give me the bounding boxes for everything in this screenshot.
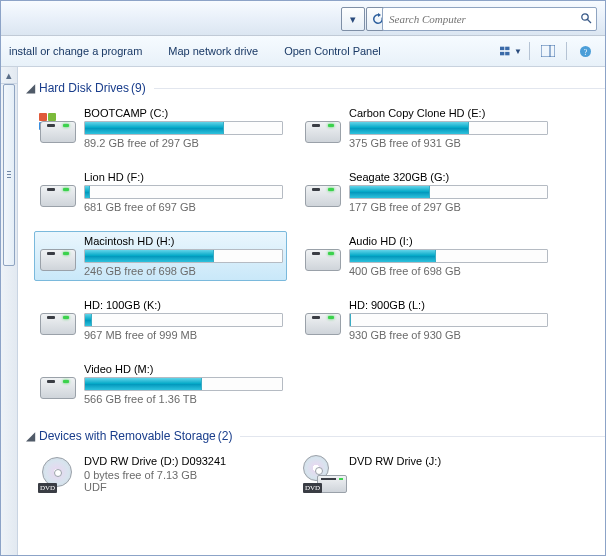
drive-item[interactable]: DVD DVD RW Drive (D:) D093241 0 bytes fr… [34, 451, 287, 497]
drive-free-text: 930 GB free of 930 GB [349, 329, 548, 341]
map-drive-link[interactable]: Map network drive [168, 45, 258, 57]
group-count: (2) [218, 429, 233, 443]
drive-item[interactable]: Carbon Copy Clone HD (E:) 375 GB free of… [299, 103, 552, 153]
drive-free-text: 566 GB free of 1.36 TB [84, 393, 283, 405]
drive-free-text: 0 bytes free of 7.13 GB [84, 469, 283, 481]
drive-free-text: 681 GB free of 697 GB [84, 201, 283, 213]
drive-filesystem: UDF [84, 481, 283, 493]
drive-free-text: 400 GB free of 698 GB [349, 265, 548, 277]
install-program-link[interactable]: install or change a program [9, 45, 142, 57]
drive-label: HD: 100GB (K:) [84, 299, 283, 311]
drive-item[interactable]: DVD DVD RW Drive (J:) [299, 451, 552, 497]
drive-item[interactable]: BOOTCAMP (C:) 89.2 GB free of 297 GB [34, 103, 287, 153]
space-bar [84, 313, 283, 327]
drive-label: Video HD (M:) [84, 363, 283, 375]
group-title: Hard Disk Drives [39, 81, 129, 95]
search-input[interactable] [387, 12, 576, 26]
drive-item[interactable]: HD: 100GB (K:) 967 MB free of 999 MB [34, 295, 287, 345]
search-icon [580, 12, 592, 26]
drive-item[interactable]: Seagate 320GB (G:) 177 GB free of 297 GB [299, 167, 552, 217]
svg-line-1 [588, 20, 592, 24]
view-icon [500, 45, 512, 57]
drive-free-text: 177 GB free of 297 GB [349, 201, 548, 213]
svg-point-0 [582, 14, 588, 20]
svg-rect-2 [500, 47, 504, 50]
search-box[interactable] [382, 7, 597, 31]
drive-label: Macintosh HD (H:) [84, 235, 283, 247]
hard-disk-icon [303, 235, 343, 273]
space-bar [349, 249, 548, 263]
drive-free-text: 89.2 GB free of 297 GB [84, 137, 283, 149]
hard-disk-icon [303, 107, 343, 145]
drive-item[interactable]: Macintosh HD (H:) 246 GB free of 698 GB [34, 231, 287, 281]
scroll-up-button[interactable]: ▴ [1, 67, 17, 84]
space-bar [84, 185, 283, 199]
hard-disk-icon [303, 171, 343, 209]
drive-free-text: 246 GB free of 698 GB [84, 265, 283, 277]
collapse-icon: ◢ [26, 81, 35, 95]
dvd-drive-icon: DVD [38, 455, 78, 493]
dropdown-button[interactable]: ▾ [341, 7, 365, 31]
svg-rect-3 [505, 47, 509, 50]
hard-disk-icon [38, 299, 78, 337]
group-title: Devices with Removable Storage [39, 429, 216, 443]
command-bar: install or change a program Map network … [1, 36, 605, 67]
separator [566, 42, 567, 60]
separator [529, 42, 530, 60]
nav-scrollbar[interactable]: ▴ [1, 67, 18, 556]
space-bar [349, 313, 548, 327]
hard-disk-icon [303, 299, 343, 337]
drive-label: Lion HD (F:) [84, 171, 283, 183]
control-panel-link[interactable]: Open Control Panel [284, 45, 381, 57]
view-button[interactable]: ▼ [499, 40, 523, 62]
drive-label: Audio HD (I:) [349, 235, 548, 247]
svg-text:?: ? [583, 47, 587, 56]
group-count: (9) [131, 81, 146, 95]
space-bar [84, 121, 283, 135]
drive-free-text: 375 GB free of 931 GB [349, 137, 548, 149]
preview-pane-button[interactable] [536, 40, 560, 62]
drive-label: BOOTCAMP (C:) [84, 107, 283, 119]
drive-item[interactable]: Video HD (M:) 566 GB free of 1.36 TB [34, 359, 287, 409]
drive-label: DVD RW Drive (D:) D093241 [84, 455, 283, 467]
svg-rect-6 [541, 45, 555, 57]
space-bar [349, 185, 548, 199]
collapse-icon: ◢ [26, 429, 35, 443]
group-header[interactable]: ◢ Devices with Removable Storage (2) [26, 429, 605, 443]
space-bar [84, 249, 283, 263]
help-icon: ? [579, 45, 592, 58]
space-bar [349, 121, 548, 135]
drive-item[interactable]: Audio HD (I:) 400 GB free of 698 GB [299, 231, 552, 281]
space-bar [84, 377, 283, 391]
group-header[interactable]: ◢ Hard Disk Drives (9) [26, 81, 605, 95]
scroll-thumb[interactable] [3, 84, 15, 266]
drive-label: Carbon Copy Clone HD (E:) [349, 107, 548, 119]
address-bar: ▾ [1, 1, 605, 36]
help-button[interactable]: ? [573, 40, 597, 62]
drive-free-text: 967 MB free of 999 MB [84, 329, 283, 341]
drive-label: DVD RW Drive (J:) [349, 455, 548, 467]
content-pane: ▴ ◢ Hard Disk Drives (9) BOOTCAMP (C:) 8… [1, 67, 605, 556]
hard-disk-icon [38, 171, 78, 209]
drive-label: Seagate 320GB (G:) [349, 171, 548, 183]
drive-item[interactable]: HD: 900GB (L:) 930 GB free of 930 GB [299, 295, 552, 345]
hard-disk-icon [38, 235, 78, 273]
drive-item[interactable]: Lion HD (F:) 681 GB free of 697 GB [34, 167, 287, 217]
svg-rect-5 [505, 52, 509, 55]
svg-rect-4 [500, 52, 504, 55]
preview-pane-icon [541, 45, 555, 57]
hard-disk-icon [38, 363, 78, 401]
dvd-drive-icon: DVD [303, 455, 343, 493]
hard-disk-icon [38, 107, 78, 145]
drive-label: HD: 900GB (L:) [349, 299, 548, 311]
